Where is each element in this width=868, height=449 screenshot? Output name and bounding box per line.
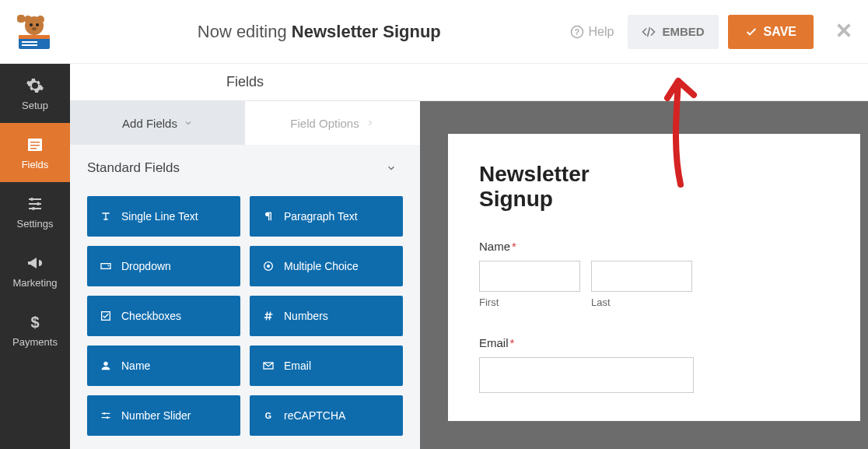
sidebar-label: Marketing [12,277,57,289]
svg-rect-9 [22,44,37,46]
accordion-label: Standard Fields [87,160,180,176]
field-label: Paragraph Text [284,210,358,223]
gear-icon [26,76,44,95]
field-name[interactable]: Name [87,346,240,386]
recaptcha-icon: G [262,409,275,422]
accordion-standard-fields[interactable]: Standard Fields [70,145,420,191]
svg-point-17 [30,198,33,201]
field-recaptcha[interactable]: G reCAPTCHA [250,395,403,436]
top-bar: Now editing Newsletter Signup ? Help EMB… [0,0,868,64]
field-label: Dropdown [121,260,171,272]
last-sublabel: Last [591,296,692,308]
last-name-input[interactable] [591,261,692,292]
field-email[interactable]: Email* [479,336,829,393]
svg-rect-8 [22,41,37,43]
svg-rect-14 [30,142,40,143]
required-asterisk: * [512,240,516,253]
chevron-down-icon [184,118,193,128]
tab-label: Field Options [290,117,359,130]
svg-point-5 [32,27,37,30]
main-row: Setup Fields Settings Marketing $ Paymen… [0,64,868,449]
first-name-input[interactable] [479,261,580,292]
svg-rect-10 [17,15,25,23]
code-icon [642,25,656,39]
field-single-line-text[interactable]: Single Line Text [87,196,240,237]
field-label: Numbers [284,310,328,322]
field-email[interactable]: Email [250,346,403,386]
field-label: Email* [479,336,829,349]
email-input[interactable] [479,357,694,393]
last-name-column: Last [591,261,692,308]
field-name[interactable]: Name* First Last [479,240,829,308]
form-canvas[interactable]: Newsletter Signup Name* First Last [448,134,860,421]
embed-label: EMBED [662,25,704,38]
sidebar-label: Payments [12,336,58,348]
panel-header: Fields [70,64,420,101]
sidebar-label: Settings [17,218,54,230]
field-multiple-choice[interactable]: Multiple Choice [250,246,403,286]
svg-point-27 [103,412,106,415]
field-dropdown[interactable]: Dropdown [87,246,240,286]
save-label: SAVE [764,25,796,39]
dropdown-icon [100,260,112,272]
help-icon: ? [570,25,584,39]
field-label: Email [284,360,311,372]
sidebar-label: Fields [22,159,49,170]
bullhorn-icon [26,254,44,272]
embed-button[interactable]: EMBED [628,15,718,49]
app-logo [16,13,53,51]
left-sidebar: Setup Fields Settings Marketing $ Paymen… [0,64,70,449]
close-button[interactable] [835,19,852,44]
form-name: Newsletter Signup [292,22,441,41]
fields-panel: Fields Add Fields Field Options Standard… [70,64,420,449]
sidebar-label: Setup [22,100,48,111]
form-title: Newsletter Signup [479,162,829,212]
editing-title: Now editing Newsletter Signup [68,22,570,42]
required-asterisk: * [510,336,515,349]
preview-header-strip [420,64,868,101]
form-preview: Newsletter Signup Name* First Last [420,64,868,449]
svg-rect-7 [19,35,50,39]
first-sublabel: First [479,296,580,308]
field-paragraph-text[interactable]: Paragraph Text [250,196,403,237]
sidebar-item-marketing[interactable]: Marketing [0,241,70,300]
svg-point-4 [36,23,39,26]
field-numbers[interactable]: Numbers [250,296,403,336]
sidebar-item-settings[interactable]: Settings [0,182,70,241]
checkbox-icon [100,310,112,322]
chevron-down-icon [386,163,397,174]
tab-field-options[interactable]: Field Options [245,101,420,145]
close-icon [835,22,852,39]
svg-point-18 [37,202,40,205]
svg-point-1 [24,16,32,23]
sidebar-item-fields[interactable]: Fields [0,123,70,182]
user-icon [100,360,112,372]
help-link[interactable]: ? Help [570,25,614,39]
save-button[interactable]: SAVE [728,15,814,49]
text-icon [100,210,112,223]
svg-text:?: ? [574,26,579,36]
sidebar-item-payments[interactable]: $ Payments [0,300,70,360]
check-icon [745,26,758,38]
field-label: Number Slider [121,409,191,422]
svg-point-28 [107,416,109,419]
slider-icon [100,409,112,422]
field-checkboxes[interactable]: Checkboxes [87,296,240,336]
svg-rect-21 [101,264,110,269]
sidebar-item-setup[interactable]: Setup [0,64,70,123]
tab-label: Add Fields [122,117,177,130]
field-label: reCAPTCHA [284,409,345,422]
field-grid: Single Line Text Paragraph Text Dropdown… [70,191,420,440]
svg-rect-15 [30,145,40,146]
field-label: Single Line Text [121,210,198,223]
envelope-icon [262,360,275,372]
first-name-column: First [479,261,580,308]
svg-point-2 [37,16,44,23]
field-number-slider[interactable]: Number Slider [87,395,240,436]
svg-point-25 [103,362,107,366]
form-icon [26,135,44,154]
svg-point-3 [30,23,33,26]
editing-prefix: Now editing [198,22,292,41]
tab-add-fields[interactable]: Add Fields [70,101,245,145]
field-label: Name* [479,240,829,253]
